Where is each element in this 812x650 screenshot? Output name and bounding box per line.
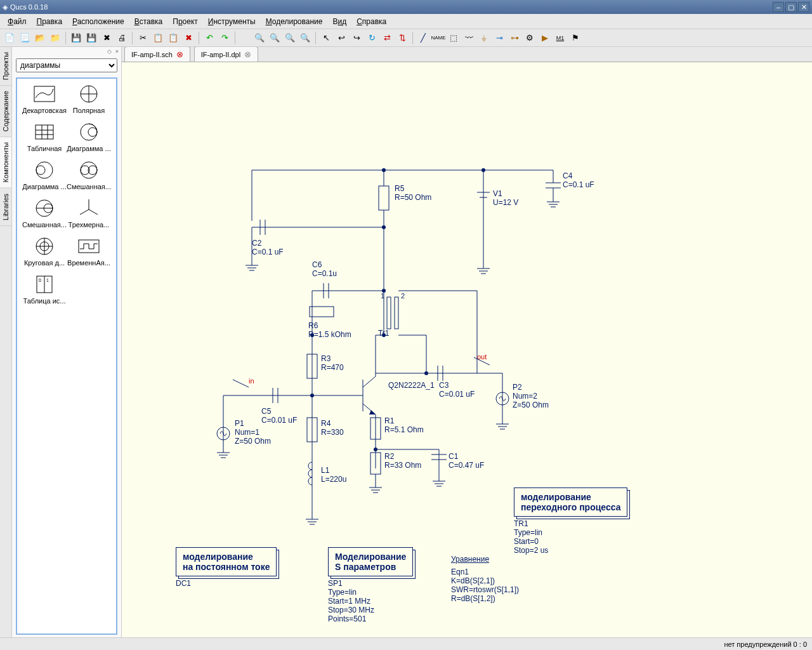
run-icon[interactable]: ▶ (538, 31, 552, 45)
rotate-icon[interactable]: ↻ (365, 31, 379, 45)
side-tab-strip: Проекты Содержание Компоненты Libraries (0, 47, 12, 637)
palette-item-mixed[interactable]: Смешанная... (67, 160, 111, 190)
gear-icon[interactable]: ⚙ (523, 31, 537, 45)
titlebar: ◈ Qucs 0.0.18 – ▢ ✕ (0, 0, 812, 14)
polar-icon (76, 84, 102, 104)
menubar: ФФайлайл Правка Расположение Вставка Про… (0, 14, 812, 29)
fwd-icon[interactable]: ↪ (350, 31, 363, 45)
menu-project[interactable]: Проект (167, 15, 203, 28)
svg-rect-69 (387, 297, 391, 329)
mirror-h-icon[interactable]: ⇄ (380, 31, 394, 45)
svg-text:1: 1 (381, 292, 384, 300)
schematic-canvas[interactable]: 1 2 (122, 62, 812, 637)
zoomout-icon[interactable]: 🔍 (283, 31, 297, 45)
palette-item-circular[interactable]: Круговая д... (22, 236, 67, 267)
app-icon: ◈ (3, 3, 8, 11)
mixed-icon (76, 160, 102, 180)
saveall-icon[interactable]: 💾 (84, 31, 98, 45)
save-icon[interactable]: 💾 (69, 31, 83, 45)
sim-sp-box[interactable]: МоделированиеS параметров (328, 547, 413, 576)
name-icon[interactable]: NAME (431, 31, 445, 45)
svg-rect-33 (379, 186, 389, 210)
menu-simulation[interactable]: Моделирование (261, 15, 328, 28)
zoom1-icon[interactable]: 🔍 (298, 31, 312, 45)
side-tab-content[interactable]: Содержание (0, 86, 11, 137)
menu-edit[interactable]: Правка (32, 15, 68, 28)
port-label-out: out (477, 353, 487, 361)
svg-text:1: 1 (46, 278, 49, 282)
mirror-v-icon[interactable]: ⇅ (395, 31, 409, 45)
palette-item-3d[interactable]: Трехмерна... (67, 198, 111, 229)
open-icon[interactable]: 📂 (33, 31, 47, 45)
palette-close-icon[interactable]: × (115, 48, 119, 55)
tab-dpl[interactable]: IF-amp-II.dpl ⊗ (194, 47, 258, 62)
palette-item-cartesian[interactable]: Декартовская (22, 84, 67, 114)
document-tab-strip: IF-amp-II.sch ⊗ IF-amp-II.dpl ⊗ (122, 47, 812, 62)
tab-close-icon[interactable]: ⊗ (176, 50, 183, 59)
svg-line-88 (233, 380, 249, 387)
sim-tr-box[interactable]: моделированиепереходного процесса (514, 488, 627, 517)
undo-icon[interactable]: ↶ (202, 31, 216, 45)
equation-icon[interactable]: ⬚ (447, 31, 461, 45)
component-palette: ◇ × диаграммы Декартовская Полярная Табл… (12, 47, 122, 637)
m1-icon[interactable]: M1 (553, 31, 567, 45)
svg-point-97 (424, 371, 428, 375)
back-icon[interactable]: ↩ (334, 31, 348, 45)
side-tab-components[interactable]: Компоненты (0, 137, 11, 188)
paste-icon[interactable]: 📋 (166, 31, 180, 45)
equation-block[interactable]: Уравнение (451, 555, 489, 564)
time-icon (76, 236, 102, 256)
minimize-button[interactable]: – (773, 2, 784, 12)
palette-item-table[interactable]: Табличная (22, 122, 67, 152)
palette-item-polar[interactable]: Полярная (67, 84, 111, 114)
palette-item-smith[interactable]: Диаграмма ... (67, 122, 111, 152)
menu-tools[interactable]: Инструменты (203, 15, 261, 28)
port-label-in: in (249, 377, 254, 385)
tab-close-icon[interactable]: ⊗ (244, 50, 251, 59)
zoomin-icon[interactable]: 🔍 (268, 31, 282, 45)
palette-item-time[interactable]: ВременнАя... (67, 236, 111, 267)
close-button[interactable]: ✕ (798, 2, 809, 12)
cursor-icon[interactable]: ↖ (319, 31, 333, 45)
doc-icon[interactable]: 📃 (18, 31, 32, 45)
ground-icon[interactable]: ⏚ (477, 31, 491, 45)
mixed2-icon (32, 198, 57, 218)
wave-icon[interactable]: 〰 (462, 31, 476, 45)
flag-icon[interactable]: ⚑ (568, 31, 582, 45)
menu-help[interactable]: Справка (351, 15, 391, 28)
menu-file[interactable]: ФФайлайл (3, 15, 32, 28)
svg-point-11 (36, 162, 53, 178)
tab-sch[interactable]: IF-amp-II.sch ⊗ (124, 47, 190, 62)
open2-icon[interactable]: 📁 (48, 31, 62, 45)
copy-icon[interactable]: 📋 (151, 31, 165, 45)
svg-text:2: 2 (401, 292, 405, 300)
svg-rect-0 (34, 86, 55, 102)
close-icon[interactable]: ✖ (100, 31, 114, 45)
menu-layout[interactable]: Расположение (67, 15, 129, 28)
palette-category-select[interactable]: диаграммы (16, 58, 117, 72)
side-tab-libraries[interactable]: Libraries (0, 189, 11, 226)
smith-icon (76, 122, 102, 142)
svg-rect-70 (395, 297, 398, 329)
redo-icon[interactable]: ↷ (218, 31, 232, 45)
menu-view[interactable]: Вид (327, 15, 351, 28)
sim-dc-box[interactable]: моделированиена постоянном токе (176, 547, 277, 576)
palette-float-icon[interactable]: ◇ (107, 48, 112, 55)
menu-insert[interactable]: Вставка (129, 15, 168, 28)
wire-icon[interactable]: ╱ (416, 31, 430, 45)
new-icon[interactable]: 📄 (3, 31, 16, 45)
svg-line-20 (89, 209, 98, 215)
key-icon[interactable]: ⊶ (508, 31, 521, 45)
palette-item-truth[interactable]: 01 Таблица ис... (22, 274, 67, 305)
cut-icon[interactable]: ✂ (136, 31, 150, 45)
palette-item-smith2[interactable]: Диаграмма ... (22, 160, 67, 190)
svg-line-21 (80, 209, 89, 215)
maximize-button[interactable]: ▢ (785, 2, 797, 12)
print-icon[interactable]: 🖨 (115, 31, 129, 45)
smith2-icon (32, 160, 57, 180)
side-tab-projects[interactable]: Проекты (0, 47, 11, 86)
port-icon[interactable]: ⊸ (492, 31, 506, 45)
palette-item-mixed2[interactable]: Смешанная... (22, 198, 67, 229)
delete-icon[interactable]: ✖ (181, 31, 195, 45)
zoomfit-icon[interactable]: 🔍 (252, 31, 266, 45)
